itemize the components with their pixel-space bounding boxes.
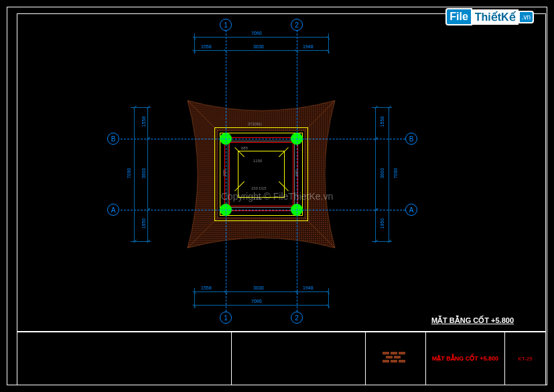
dim-bot-overall [194,305,328,306]
titleblock-col1 [17,332,232,385]
dim-inner-3: 150 D15 [251,186,267,190]
dim-top-b [226,50,297,51]
dim-left-b [147,139,148,210]
dim-top-c [297,50,328,51]
grid-bubble-2-top: 2 [291,19,303,31]
grid-line-A [114,210,409,210]
dim-inner-2: 1150 [253,159,262,163]
grid-line-B [114,139,409,139]
dim-top-overall-text: 7090 [251,31,262,36]
grid-bubble-B-left: B [107,133,119,145]
dim-top-b-text: 3630 [253,44,264,49]
titleblock-sheet: KT-25 [505,332,545,385]
dim-bot-c-text: 1948 [303,285,314,290]
dim-top-a [194,50,226,51]
dim-right-c [375,210,376,241]
titleblock-col2 [232,332,366,385]
grid-bubble-2-bot: 2 [291,312,303,324]
dim-bot-b [226,291,297,292]
dim-bot-a-text: 1558 [201,285,212,290]
titleblock: MẶT BẰNG CỐT +5.800 KT-25 [17,332,546,385]
grid-bubble-B-right: B [405,133,417,145]
dim-right-c-text: 1950 [380,218,385,229]
titleblock-drawing-name-text: MẶT BẰNG CỐT +5.800 [432,355,498,362]
dim-inner-1: 685 [241,146,248,150]
dim-right-a-text: 1558 [380,117,385,127]
grid-bubble-A-left: A [107,204,119,216]
dim-right-b-text: 3600 [380,168,385,179]
dim-left-a-text: 1558 [141,117,146,127]
dim-left-a [147,107,148,139]
grid-bubble-1-bot: 1 [220,312,232,324]
dim-bot-overall-text: 7090 [251,299,262,304]
dim-inner-4: 1150 [253,196,262,200]
dim-right-overall-text: 7090 [393,168,398,179]
dim-bot-a [194,291,226,292]
dim-right-a [375,107,376,139]
titleblock-hatch-legend [366,332,426,385]
dim-bot-b-text: 3630 [253,285,264,290]
dim-left-overall [134,107,135,241]
titleblock-sheet-text: KT-25 [518,356,532,362]
grid-line-2 [297,23,297,318]
dim-top-c-text: 1948 [303,44,314,49]
dim-left-c-text: 1950 [141,218,146,229]
dim-right-b [375,139,376,210]
dim-left-b-text: 3600 [141,168,146,179]
drawing-title: MẶT BẰNG CỐT +5.800 [431,316,514,325]
dim-left-overall-text: 7090 [127,168,131,179]
dim-left-c [147,210,148,241]
grid-line-1 [226,23,226,318]
dim-top-a-text: 1558 [201,44,212,49]
dim-bot-c [297,291,328,292]
grid-bubble-1-top: 1 [220,19,232,31]
dim-inner-7: 372(96) [248,122,262,126]
grid-bubble-A-right: A [405,204,417,216]
dim-top-overall [194,37,328,38]
dim-right-overall [389,107,389,241]
titleblock-drawing-name: MẶT BẰNG CỐT +5.800 [426,332,505,385]
